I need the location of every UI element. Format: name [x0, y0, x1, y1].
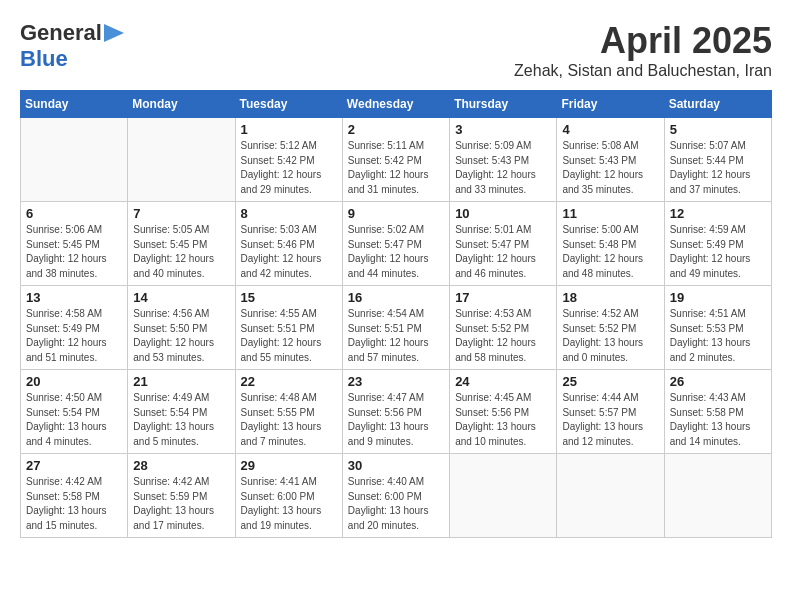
calendar-cell: 14Sunrise: 4:56 AM Sunset: 5:50 PM Dayli… [128, 286, 235, 370]
day-info: Sunrise: 4:42 AM Sunset: 5:58 PM Dayligh… [26, 475, 122, 533]
calendar-cell: 2Sunrise: 5:11 AM Sunset: 5:42 PM Daylig… [342, 118, 449, 202]
day-number: 26 [670, 374, 766, 389]
calendar-cell: 1Sunrise: 5:12 AM Sunset: 5:42 PM Daylig… [235, 118, 342, 202]
calendar-cell: 7Sunrise: 5:05 AM Sunset: 5:45 PM Daylig… [128, 202, 235, 286]
day-info: Sunrise: 4:59 AM Sunset: 5:49 PM Dayligh… [670, 223, 766, 281]
calendar-cell: 23Sunrise: 4:47 AM Sunset: 5:56 PM Dayli… [342, 370, 449, 454]
calendar-cell: 8Sunrise: 5:03 AM Sunset: 5:46 PM Daylig… [235, 202, 342, 286]
calendar-cell: 15Sunrise: 4:55 AM Sunset: 5:51 PM Dayli… [235, 286, 342, 370]
svg-marker-0 [104, 24, 124, 42]
calendar-week-row-1: 1Sunrise: 5:12 AM Sunset: 5:42 PM Daylig… [21, 118, 772, 202]
calendar-cell: 6Sunrise: 5:06 AM Sunset: 5:45 PM Daylig… [21, 202, 128, 286]
day-number: 19 [670, 290, 766, 305]
day-number: 7 [133, 206, 229, 221]
day-number: 15 [241, 290, 337, 305]
calendar-table: SundayMondayTuesdayWednesdayThursdayFrid… [20, 90, 772, 538]
day-number: 25 [562, 374, 658, 389]
calendar-header-row: SundayMondayTuesdayWednesdayThursdayFrid… [21, 91, 772, 118]
calendar-cell: 13Sunrise: 4:58 AM Sunset: 5:49 PM Dayli… [21, 286, 128, 370]
day-info: Sunrise: 4:48 AM Sunset: 5:55 PM Dayligh… [241, 391, 337, 449]
calendar-header-wednesday: Wednesday [342, 91, 449, 118]
day-number: 10 [455, 206, 551, 221]
day-number: 13 [26, 290, 122, 305]
day-number: 29 [241, 458, 337, 473]
day-number: 23 [348, 374, 444, 389]
day-info: Sunrise: 4:49 AM Sunset: 5:54 PM Dayligh… [133, 391, 229, 449]
day-number: 11 [562, 206, 658, 221]
day-info: Sunrise: 5:02 AM Sunset: 5:47 PM Dayligh… [348, 223, 444, 281]
day-number: 6 [26, 206, 122, 221]
day-number: 30 [348, 458, 444, 473]
calendar-cell: 22Sunrise: 4:48 AM Sunset: 5:55 PM Dayli… [235, 370, 342, 454]
day-number: 14 [133, 290, 229, 305]
calendar-cell: 21Sunrise: 4:49 AM Sunset: 5:54 PM Dayli… [128, 370, 235, 454]
calendar-cell: 16Sunrise: 4:54 AM Sunset: 5:51 PM Dayli… [342, 286, 449, 370]
calendar-cell: 19Sunrise: 4:51 AM Sunset: 5:53 PM Dayli… [664, 286, 771, 370]
day-info: Sunrise: 4:52 AM Sunset: 5:52 PM Dayligh… [562, 307, 658, 365]
day-number: 12 [670, 206, 766, 221]
day-number: 24 [455, 374, 551, 389]
calendar-cell [557, 454, 664, 538]
day-info: Sunrise: 5:09 AM Sunset: 5:43 PM Dayligh… [455, 139, 551, 197]
day-info: Sunrise: 4:40 AM Sunset: 6:00 PM Dayligh… [348, 475, 444, 533]
calendar-header-tuesday: Tuesday [235, 91, 342, 118]
day-info: Sunrise: 5:11 AM Sunset: 5:42 PM Dayligh… [348, 139, 444, 197]
calendar-cell: 25Sunrise: 4:44 AM Sunset: 5:57 PM Dayli… [557, 370, 664, 454]
calendar-cell: 3Sunrise: 5:09 AM Sunset: 5:43 PM Daylig… [450, 118, 557, 202]
day-info: Sunrise: 5:12 AM Sunset: 5:42 PM Dayligh… [241, 139, 337, 197]
day-number: 22 [241, 374, 337, 389]
day-number: 9 [348, 206, 444, 221]
day-info: Sunrise: 4:44 AM Sunset: 5:57 PM Dayligh… [562, 391, 658, 449]
day-number: 27 [26, 458, 122, 473]
logo: General Blue [20, 20, 124, 72]
day-info: Sunrise: 4:45 AM Sunset: 5:56 PM Dayligh… [455, 391, 551, 449]
day-number: 16 [348, 290, 444, 305]
day-info: Sunrise: 4:56 AM Sunset: 5:50 PM Dayligh… [133, 307, 229, 365]
day-number: 4 [562, 122, 658, 137]
calendar-header-saturday: Saturday [664, 91, 771, 118]
day-info: Sunrise: 4:41 AM Sunset: 6:00 PM Dayligh… [241, 475, 337, 533]
calendar-week-row-2: 6Sunrise: 5:06 AM Sunset: 5:45 PM Daylig… [21, 202, 772, 286]
calendar-header-friday: Friday [557, 91, 664, 118]
calendar-cell: 17Sunrise: 4:53 AM Sunset: 5:52 PM Dayli… [450, 286, 557, 370]
day-number: 3 [455, 122, 551, 137]
title-area: April 2025 Zehak, Sistan and Baluchestan… [514, 20, 772, 80]
day-info: Sunrise: 4:53 AM Sunset: 5:52 PM Dayligh… [455, 307, 551, 365]
day-number: 20 [26, 374, 122, 389]
calendar-cell: 4Sunrise: 5:08 AM Sunset: 5:43 PM Daylig… [557, 118, 664, 202]
day-info: Sunrise: 4:58 AM Sunset: 5:49 PM Dayligh… [26, 307, 122, 365]
calendar-cell: 11Sunrise: 5:00 AM Sunset: 5:48 PM Dayli… [557, 202, 664, 286]
day-info: Sunrise: 4:43 AM Sunset: 5:58 PM Dayligh… [670, 391, 766, 449]
calendar-week-row-4: 20Sunrise: 4:50 AM Sunset: 5:54 PM Dayli… [21, 370, 772, 454]
day-number: 2 [348, 122, 444, 137]
day-info: Sunrise: 4:54 AM Sunset: 5:51 PM Dayligh… [348, 307, 444, 365]
day-number: 1 [241, 122, 337, 137]
page-title: April 2025 [514, 20, 772, 62]
calendar-week-row-5: 27Sunrise: 4:42 AM Sunset: 5:58 PM Dayli… [21, 454, 772, 538]
calendar-cell [664, 454, 771, 538]
calendar-cell: 30Sunrise: 4:40 AM Sunset: 6:00 PM Dayli… [342, 454, 449, 538]
day-number: 17 [455, 290, 551, 305]
day-number: 5 [670, 122, 766, 137]
day-info: Sunrise: 5:01 AM Sunset: 5:47 PM Dayligh… [455, 223, 551, 281]
logo-text-blue: Blue [20, 46, 68, 71]
calendar-cell [21, 118, 128, 202]
day-info: Sunrise: 5:08 AM Sunset: 5:43 PM Dayligh… [562, 139, 658, 197]
day-number: 18 [562, 290, 658, 305]
day-info: Sunrise: 4:55 AM Sunset: 5:51 PM Dayligh… [241, 307, 337, 365]
day-number: 28 [133, 458, 229, 473]
calendar-cell: 9Sunrise: 5:02 AM Sunset: 5:47 PM Daylig… [342, 202, 449, 286]
day-info: Sunrise: 5:03 AM Sunset: 5:46 PM Dayligh… [241, 223, 337, 281]
calendar-cell: 18Sunrise: 4:52 AM Sunset: 5:52 PM Dayli… [557, 286, 664, 370]
calendar-header-monday: Monday [128, 91, 235, 118]
day-number: 8 [241, 206, 337, 221]
day-info: Sunrise: 4:42 AM Sunset: 5:59 PM Dayligh… [133, 475, 229, 533]
calendar-cell: 24Sunrise: 4:45 AM Sunset: 5:56 PM Dayli… [450, 370, 557, 454]
day-info: Sunrise: 5:00 AM Sunset: 5:48 PM Dayligh… [562, 223, 658, 281]
page-subtitle: Zehak, Sistan and Baluchestan, Iran [514, 62, 772, 80]
day-info: Sunrise: 5:06 AM Sunset: 5:45 PM Dayligh… [26, 223, 122, 281]
calendar-cell: 29Sunrise: 4:41 AM Sunset: 6:00 PM Dayli… [235, 454, 342, 538]
day-info: Sunrise: 4:51 AM Sunset: 5:53 PM Dayligh… [670, 307, 766, 365]
calendar-cell: 10Sunrise: 5:01 AM Sunset: 5:47 PM Dayli… [450, 202, 557, 286]
logo-text-general: General [20, 20, 102, 46]
